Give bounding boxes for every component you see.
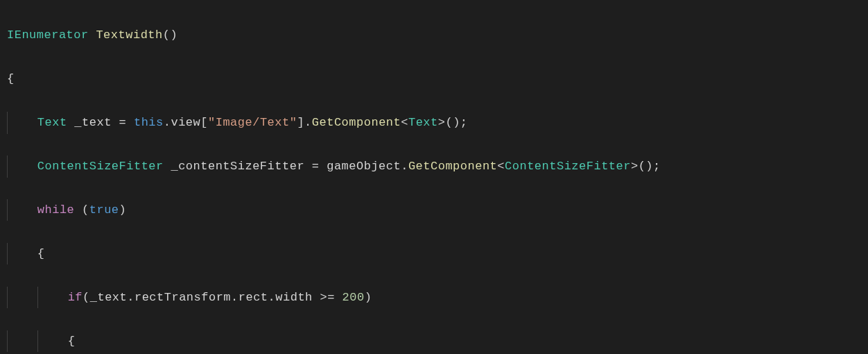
token: ]. xyxy=(297,116,311,129)
number-token: 200 xyxy=(342,291,365,304)
token: >(); xyxy=(438,116,468,129)
keyword-token: true xyxy=(89,203,119,217)
token: _contentSizeFitter = gameObject. xyxy=(164,160,408,173)
type-token: ContentSizeFitter xyxy=(505,160,631,173)
code-line[interactable]: Text _text = this.view["Image/Text"].Get… xyxy=(7,112,868,133)
brace-token: { xyxy=(7,72,15,85)
keyword-token: while xyxy=(37,203,75,217)
token: < xyxy=(401,116,408,129)
token: () xyxy=(163,28,177,42)
code-line[interactable]: ContentSizeFitter _contentSizeFitter = g… xyxy=(7,155,868,177)
brace-token: { xyxy=(37,247,45,260)
code-line[interactable]: { xyxy=(7,68,868,90)
method-token: GetComponent xyxy=(408,160,497,173)
type-token: ContentSizeFitter xyxy=(37,160,164,173)
type-token: Text xyxy=(37,116,67,129)
token: >(); xyxy=(631,160,661,173)
token: < xyxy=(497,160,505,173)
token: (_text.rectTransform.rect.width >= xyxy=(83,291,342,304)
code-line[interactable]: { xyxy=(7,330,868,352)
token xyxy=(89,28,96,42)
code-line[interactable]: { xyxy=(7,243,868,264)
type-token: IEnumerator xyxy=(7,28,89,42)
token: ) xyxy=(119,203,127,217)
token: .view[ xyxy=(164,116,208,129)
method-token: GetComponent xyxy=(312,116,401,129)
keyword-token: this xyxy=(134,116,164,129)
token: ( xyxy=(74,203,89,217)
code-line[interactable]: if(_text.rectTransform.rect.width >= 200… xyxy=(7,287,868,308)
brace-token: { xyxy=(68,335,76,348)
token: _text = xyxy=(74,116,134,129)
token: ) xyxy=(365,291,372,304)
method-token: Textwidth xyxy=(96,28,162,42)
code-line[interactable]: IEnumerator Textwidth() xyxy=(7,24,868,46)
type-token: Text xyxy=(408,116,438,129)
code-editor[interactable]: IEnumerator Textwidth() { Text _text = t… xyxy=(0,0,868,354)
string-token: "Image/Text" xyxy=(208,116,297,129)
code-line[interactable]: while (true) xyxy=(7,199,868,221)
keyword-token: if xyxy=(68,291,83,304)
